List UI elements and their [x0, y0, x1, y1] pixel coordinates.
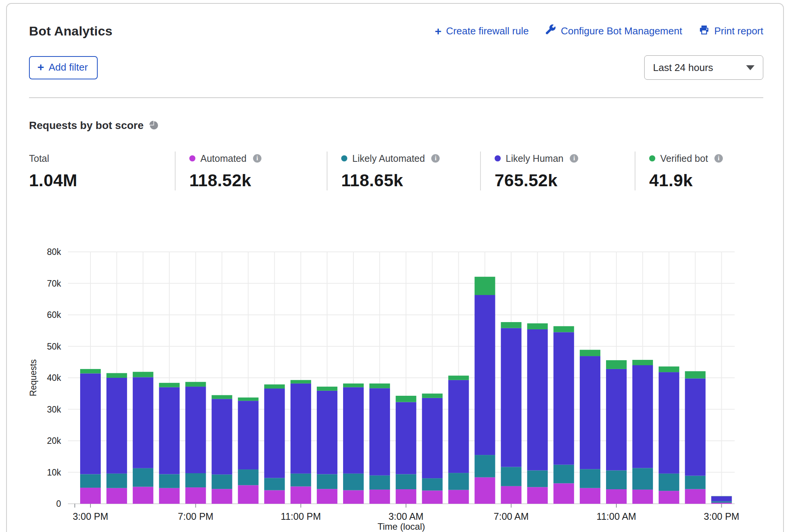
- bar-segment[interactable]: [527, 323, 548, 329]
- bar-segment[interactable]: [343, 387, 364, 474]
- bar-segment[interactable]: [659, 366, 679, 372]
- bar-segment[interactable]: [553, 326, 574, 332]
- bar-segment[interactable]: [422, 490, 443, 504]
- bar-segment[interactable]: [159, 387, 180, 474]
- bar-segment[interactable]: [106, 378, 127, 474]
- bar-segment[interactable]: [501, 322, 521, 328]
- bar-segment[interactable]: [553, 332, 574, 464]
- bar-segment[interactable]: [448, 490, 469, 504]
- print-report-link[interactable]: Print report: [699, 24, 763, 38]
- bar-segment[interactable]: [317, 489, 337, 504]
- bar-segment[interactable]: [290, 487, 311, 504]
- bar-segment[interactable]: [711, 496, 732, 501]
- bar-segment[interactable]: [133, 377, 153, 468]
- bar-segment[interactable]: [290, 380, 311, 384]
- time-range-dropdown[interactable]: Last 24 hours: [644, 55, 763, 80]
- bar-segment[interactable]: [580, 356, 600, 469]
- bar-segment[interactable]: [80, 474, 101, 487]
- bar-segment[interactable]: [527, 329, 548, 471]
- bar-segment[interactable]: [264, 384, 285, 389]
- bar-segment[interactable]: [159, 383, 180, 387]
- bar-segment[interactable]: [606, 369, 627, 471]
- bar-segment[interactable]: [133, 468, 153, 487]
- bar-segment[interactable]: [238, 398, 258, 401]
- bar-segment[interactable]: [159, 474, 180, 488]
- bar-segment[interactable]: [212, 474, 232, 489]
- bar-segment[interactable]: [685, 371, 706, 379]
- bar-segment[interactable]: [553, 483, 574, 504]
- bar-segment[interactable]: [133, 487, 153, 504]
- bar-segment[interactable]: [606, 471, 627, 490]
- bar-segment[interactable]: [264, 478, 285, 490]
- bar-segment[interactable]: [685, 476, 706, 489]
- bar-segment[interactable]: [185, 382, 206, 387]
- bar-segment[interactable]: [580, 350, 600, 356]
- bar-segment[interactable]: [711, 503, 732, 504]
- bar-segment[interactable]: [527, 487, 548, 504]
- info-icon[interactable]: i: [431, 154, 440, 163]
- bar-segment[interactable]: [106, 474, 127, 488]
- bar-segment[interactable]: [106, 488, 127, 504]
- bar-segment[interactable]: [422, 393, 443, 398]
- bar-segment[interactable]: [580, 488, 600, 504]
- bar-segment[interactable]: [343, 474, 364, 490]
- bar-segment[interactable]: [501, 486, 521, 504]
- bar-segment[interactable]: [685, 379, 706, 476]
- info-icon[interactable]: i: [714, 154, 723, 163]
- bar-segment[interactable]: [185, 473, 206, 487]
- info-icon[interactable]: i: [570, 154, 578, 163]
- bar-segment[interactable]: [659, 474, 679, 491]
- bar-segment[interactable]: [264, 490, 285, 504]
- bar-segment[interactable]: [290, 474, 311, 487]
- requests-by-bot-score-chart[interactable]: 010k20k30k40k50k60k70k80k3:00 PM7:00 PM1…: [0, 240, 790, 532]
- bar-segment[interactable]: [475, 455, 495, 477]
- bar-segment[interactable]: [290, 384, 311, 474]
- bar-segment[interactable]: [343, 490, 364, 504]
- bar-segment[interactable]: [448, 473, 469, 490]
- bar-segment[interactable]: [369, 384, 390, 388]
- bar-segment[interactable]: [396, 402, 416, 474]
- bar-segment[interactable]: [659, 491, 679, 504]
- bar-segment[interactable]: [527, 471, 548, 487]
- bar-segment[interactable]: [422, 398, 443, 478]
- bar-segment[interactable]: [80, 373, 101, 474]
- bar-segment[interactable]: [606, 489, 627, 504]
- bar-segment[interactable]: [632, 360, 653, 365]
- bar-segment[interactable]: [133, 372, 153, 377]
- bar-segment[interactable]: [501, 467, 521, 486]
- create-firewall-rule-link[interactable]: + Create firewall rule: [435, 25, 529, 37]
- bar-segment[interactable]: [238, 401, 258, 469]
- bar-segment[interactable]: [396, 474, 416, 489]
- bar-segment[interactable]: [80, 369, 101, 374]
- bar-segment[interactable]: [80, 488, 101, 504]
- bar-segment[interactable]: [475, 295, 495, 455]
- bar-segment[interactable]: [632, 365, 653, 468]
- chart-svg[interactable]: 010k20k30k40k50k60k70k80k3:00 PM7:00 PM1…: [0, 240, 790, 532]
- bar-segment[interactable]: [264, 389, 285, 478]
- bar-segment[interactable]: [422, 478, 443, 490]
- bar-segment[interactable]: [212, 399, 232, 474]
- bar-segment[interactable]: [317, 474, 337, 489]
- bar-segment[interactable]: [343, 384, 364, 387]
- bar-segment[interactable]: [159, 488, 180, 504]
- bar-segment[interactable]: [238, 485, 258, 504]
- bar-segment[interactable]: [212, 489, 232, 504]
- add-filter-button[interactable]: + Add filter: [29, 56, 98, 79]
- bar-segment[interactable]: [659, 372, 679, 474]
- bar-segment[interactable]: [711, 501, 732, 503]
- bar-segment[interactable]: [475, 277, 495, 295]
- bar-segment[interactable]: [685, 489, 706, 504]
- bar-segment[interactable]: [185, 487, 206, 504]
- bar-segment[interactable]: [553, 465, 574, 484]
- bar-segment[interactable]: [632, 490, 653, 504]
- bar-segment[interactable]: [238, 469, 258, 485]
- bar-segment[interactable]: [475, 477, 495, 504]
- bar-segment[interactable]: [606, 360, 627, 369]
- bar-segment[interactable]: [580, 469, 600, 488]
- bar-segment[interactable]: [317, 387, 337, 391]
- bar-segment[interactable]: [396, 396, 416, 402]
- bar-segment[interactable]: [369, 490, 390, 504]
- bar-segment[interactable]: [448, 380, 469, 473]
- bar-segment[interactable]: [369, 476, 390, 490]
- bar-segment[interactable]: [106, 373, 127, 378]
